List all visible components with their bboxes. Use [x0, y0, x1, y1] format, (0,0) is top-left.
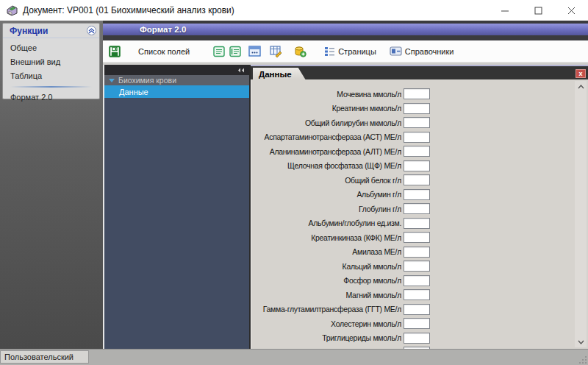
field-row: Фосфор ммоль/л [252, 274, 575, 288]
window-title: Документ: VP001 (01 Биохимический анализ… [23, 5, 234, 15]
table-dots-icon [248, 46, 261, 57]
form-fields-alt-icon [229, 46, 241, 57]
sidebar-item-format[interactable]: Формат 2.0 [3, 91, 99, 104]
field-row: Глобулин г/л [252, 202, 575, 216]
field-input[interactable] [404, 304, 430, 315]
field-label: Холестерин ммоль/л [252, 319, 401, 328]
field-label: Аланинаминотрансфераза (АЛТ) МЕ/л [252, 147, 401, 156]
field-row: Общий билирубин мкмоль/л [252, 116, 575, 130]
functions-divider [10, 86, 92, 88]
field-label: Амилаза МЕ/л [252, 247, 401, 256]
field-label: Альбумин г/л [252, 190, 401, 199]
sidebar-item[interactable]: Таблица [3, 69, 99, 83]
tree-panel-body [104, 98, 249, 349]
vertical-scrollbar[interactable] [575, 81, 587, 347]
functions-title: Функции [10, 26, 48, 36]
collapse-functions-button[interactable] [87, 26, 96, 35]
form-fields-icon [213, 46, 225, 57]
tree-selected-label: Данные [119, 88, 148, 96]
field-input[interactable] [404, 132, 430, 143]
db-add-icon [294, 46, 306, 57]
field-row: Креатинин мкмоль/л [252, 102, 575, 116]
content-area: Биохимия крови Данные Данные x [103, 65, 588, 349]
scroll-up-button[interactable] [575, 81, 587, 92]
field-label: Триглицериды ммоль/л [252, 333, 401, 342]
references-button[interactable]: Справочники [390, 46, 454, 56]
tree-panel-header [104, 65, 249, 75]
field-input[interactable] [404, 174, 430, 185]
field-input[interactable] [404, 218, 430, 229]
field-label: Глобулин г/л [252, 205, 401, 213]
sidebar-item[interactable]: Общее [3, 41, 99, 55]
collapse-left-button[interactable] [237, 68, 245, 73]
field-input[interactable] [404, 247, 430, 258]
minimize-icon [501, 7, 509, 15]
status-mode-box: Пользовательский [0, 350, 89, 364]
tab-label: Данные [259, 70, 292, 79]
field-row: Триглицериды ммоль/л [252, 331, 575, 346]
dark-strip-bottom [103, 35, 588, 40]
close-button[interactable] [555, 0, 588, 21]
tree-item-selected[interactable]: Данные [104, 85, 249, 98]
tree-root-label: Биохимия крови [118, 76, 176, 85]
close-icon: x [578, 71, 582, 77]
field-input[interactable] [404, 117, 430, 128]
titlebar: Документ: VP001 (01 Биохимический анализ… [0, 0, 588, 21]
field-input[interactable] [404, 146, 430, 157]
field-row: Амилаза МЕ/л [252, 245, 575, 260]
format-banner: Формат 2.0 [103, 24, 588, 35]
field-input[interactable] [404, 160, 430, 171]
scroll-down-button[interactable] [575, 336, 587, 347]
banner-title: Формат 2.0 [140, 25, 186, 34]
field-row: Холестерин ммоль/л [252, 316, 575, 331]
form-area: Мочевина ммоль/л Креатинин мкмоль/л Общи… [251, 79, 588, 349]
field-label: Кальций ммоль/л [252, 262, 401, 271]
table-dots-button[interactable] [248, 46, 261, 57]
field-list-label[interactable]: Список полей [138, 47, 190, 56]
toolbar: Список полей [103, 40, 588, 63]
field-label: Креатинин мкмоль/л [252, 104, 401, 113]
chevron-up-icon [578, 85, 584, 89]
table-edit-button[interactable] [270, 46, 282, 57]
field-row: Альбумин г/л [252, 188, 575, 202]
field-input[interactable] [404, 103, 430, 114]
field-row: Мочевина ммоль/л [252, 87, 575, 102]
sidebar-item[interactable]: Внешний вид [3, 55, 99, 69]
field-input[interactable] [404, 275, 430, 286]
form-fields-alt-button[interactable] [229, 46, 241, 57]
save-icon [109, 46, 121, 57]
field-label: Магний ммоль/л [252, 291, 401, 300]
field-input[interactable] [404, 232, 430, 243]
field-input[interactable] [404, 333, 430, 344]
maximize-button[interactable] [522, 0, 555, 21]
tree-root-item[interactable]: Биохимия крови [104, 75, 249, 85]
field-input[interactable] [404, 289, 430, 300]
right-column: Формат 2.0 Список полей [103, 21, 588, 349]
field-row: Альбумин/глобулин ед.изм. [252, 216, 575, 231]
field-row: Гамма-глутамилтрансфераза (ГГТ) МЕ/л [252, 302, 575, 317]
pages-button[interactable]: Страницы [324, 46, 376, 57]
functions-header: Функции [3, 24, 99, 38]
field-label: Мочевина ммоль/л [252, 90, 401, 99]
form-fields-button[interactable] [213, 46, 225, 57]
field-input[interactable] [404, 88, 430, 99]
db-add-button[interactable] [294, 46, 306, 57]
resize-grip[interactable] [578, 355, 587, 364]
field-input[interactable] [404, 261, 430, 272]
tree-panel: Биохимия крови Данные [103, 65, 251, 349]
tab-close-button[interactable]: x [576, 69, 586, 78]
field-input[interactable] [404, 189, 430, 200]
field-input[interactable] [404, 318, 430, 329]
field-input[interactable] [404, 203, 430, 214]
minimize-button[interactable] [489, 0, 522, 21]
statusbar: Пользовательский [0, 349, 588, 365]
maximize-icon [534, 7, 542, 15]
save-button[interactable] [109, 46, 121, 57]
field-label: Гамма-глутамилтрансфераза (ГГТ) МЕ/л [252, 305, 401, 313]
field-row: Аспартатаминотрансфераза (АСТ) МЕ/л [252, 130, 575, 145]
pages-icon [324, 46, 335, 57]
field-label: Альбумин/глобулин ед.изм. [252, 219, 401, 227]
caret-down-icon [109, 79, 115, 82]
collapse-left-icon [237, 68, 245, 73]
app-diskette-icon [6, 5, 18, 16]
